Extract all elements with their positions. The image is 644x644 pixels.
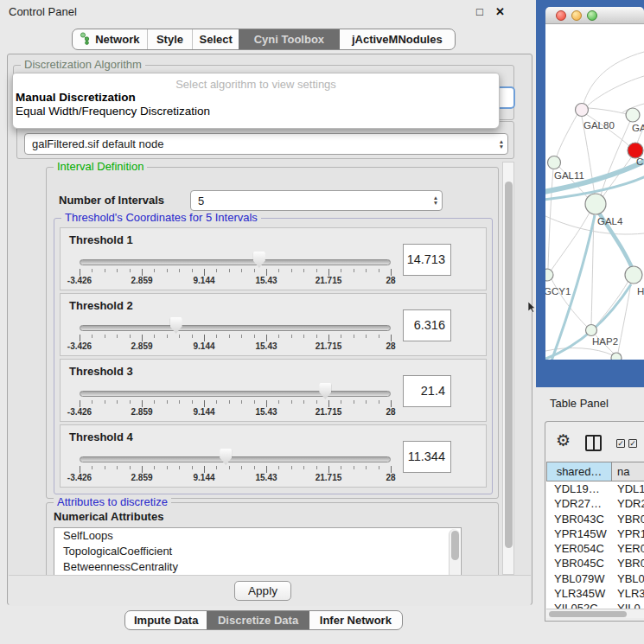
control-panel-title: Control Panel [9, 5, 77, 18]
tab-cyni-toolbox[interactable]: Cyni Toolbox [239, 29, 339, 49]
group-label: Threshold's Coordinates for 5 Intervals [61, 212, 261, 224]
threshold-label: Threshold 3 [69, 365, 133, 378]
threshold-label: Threshold 1 [69, 233, 133, 246]
table-row[interactable]: YBR043CYBR0 [546, 512, 644, 526]
settings-viewport: Interval Definition Number of Intervals … [13, 162, 516, 575]
attribute-item[interactable]: TopologicalCoefficient [54, 544, 461, 559]
tick-label: 2.859 [131, 407, 152, 417]
cell-name: YBR0 [612, 512, 644, 526]
table-row[interactable]: YLR345WYLR3 [546, 586, 644, 601]
tick-label: 15.43 [255, 341, 277, 351]
network-window-titlebar[interactable] [545, 7, 644, 24]
slider-thumb[interactable] [220, 449, 232, 465]
tab-style[interactable]: Style [147, 29, 193, 49]
slider-thumb[interactable] [170, 317, 182, 334]
table-data-combobox[interactable]: galFiltered.sif default node ▲▼ [24, 133, 508, 155]
tick-label: 28 [386, 407, 395, 417]
number-of-intervals-label: Number of Intervals [59, 194, 164, 207]
tick-label: 15.43 [255, 407, 277, 417]
number-of-intervals-combobox[interactable]: 5 ▲▼ [190, 190, 443, 211]
table-row[interactable]: YDR27…YDR2 [546, 496, 644, 511]
table-hscrollbar[interactable] [546, 609, 644, 618]
slider-track[interactable] [80, 456, 391, 462]
tab-jactivemnodules[interactable]: jActiveMNodules [340, 29, 455, 49]
tab-label: Network [95, 33, 139, 46]
stepper-arrows-icon[interactable]: ▲▼ [430, 195, 442, 206]
tab-label: jActiveMNodules [352, 33, 443, 46]
slider-ticks [80, 269, 392, 276]
table-row[interactable]: YBR045CYBR0 [546, 556, 644, 571]
split-columns-icon[interactable] [585, 435, 602, 451]
stepper-arrows-icon[interactable]: ▲▼ [495, 139, 507, 150]
tick-label: 28 [386, 473, 395, 482]
threshold-panel: Threshold 2-3.4262.8599.14415.4321.71528… [60, 293, 487, 356]
threshold-label: Threshold 4 [69, 430, 133, 443]
slider-track[interactable] [80, 325, 391, 331]
threshold-value-field[interactable]: 6.316 [403, 309, 451, 341]
attribute-item[interactable]: SelfLoops [54, 528, 461, 544]
tick-label: 21.715 [316, 407, 342, 417]
numerical-attributes-list[interactable]: SelfLoopsTopologicalCoefficientBetweenne… [54, 527, 462, 575]
table-data-value: galFiltered.sif default node [25, 137, 495, 150]
tab-impute-data[interactable]: Impute Data [125, 611, 207, 629]
minimize-traffic-light-icon[interactable] [571, 10, 582, 21]
float-window-icon[interactable]: □ [476, 5, 483, 18]
table-row[interactable]: YBL079WYBL0 [546, 571, 644, 586]
column-header-shared[interactable]: shared… [546, 462, 612, 481]
node-label: GCY1 [545, 286, 571, 296]
slider-track[interactable] [80, 259, 391, 265]
node-label: GAL11 [554, 170, 584, 181]
tick-label: -3.426 [67, 407, 92, 417]
tab-label: Impute Data [134, 614, 198, 627]
table-row[interactable]: YPR145WYPR1 [546, 526, 644, 541]
network-node[interactable] [586, 325, 597, 336]
attributes-scrollbar[interactable] [449, 529, 460, 575]
threshold-panel: Threshold 3-3.4262.8599.14415.4321.71528… [60, 359, 487, 422]
gear-icon[interactable]: ⚙ [556, 430, 571, 450]
slider-ticks [80, 400, 392, 407]
node-label: GAL80 [583, 120, 615, 131]
close-icon[interactable]: ✕ [495, 5, 505, 18]
zoom-traffic-light-icon[interactable] [587, 10, 597, 21]
settings-scrollbar[interactable] [502, 162, 514, 575]
network-node[interactable] [548, 156, 561, 169]
cell-name: YLR3 [612, 586, 644, 601]
network-node[interactable] [625, 266, 642, 284]
node-label: GAL4 [597, 216, 623, 226]
close-traffic-light-icon[interactable] [556, 10, 566, 21]
checked-box-icon[interactable]: ✓ [616, 439, 625, 448]
network-icon [80, 32, 91, 48]
threshold-value-field[interactable]: 14.713 [403, 244, 451, 276]
apply-button[interactable]: Apply [234, 581, 291, 601]
menu-item-equal-width-frequency[interactable]: Equal Width/Frequency Discretization [16, 105, 210, 118]
network-view-canvas[interactable]: GAL80GACGAL11GAL4GCY1HHAP2 [545, 24, 644, 360]
tab-label: Style [156, 33, 183, 46]
cell-shared-name: YPR145W [546, 526, 612, 541]
tab-infer-network[interactable]: Infer Network [309, 611, 402, 629]
tab-select[interactable]: Select [192, 29, 239, 49]
checked-box-icon[interactable]: ✓ [628, 439, 637, 448]
threshold-value-field[interactable]: 21.4 [403, 375, 451, 407]
table-hscroll-thumb[interactable] [549, 611, 627, 617]
threshold-value-field[interactable]: 11.344 [403, 441, 451, 473]
network-node[interactable] [626, 108, 640, 122]
network-window-frame: GAL80GACGAL11GAL4GCY1HHAP2 [536, 0, 644, 387]
column-header-name[interactable]: na [612, 462, 644, 481]
tab-discretize-data[interactable]: Discretize Data [207, 611, 309, 629]
network-node[interactable] [611, 353, 622, 360]
attribute-item[interactable]: BetweennessCentrality [54, 559, 461, 575]
slider-track[interactable] [80, 391, 391, 397]
tab-network[interactable]: Network [73, 29, 147, 49]
network-node[interactable] [545, 269, 553, 281]
cyni-mode-tabbar: Impute Data Discretize Data Infer Networ… [124, 610, 403, 630]
cell-shared-name: YLR345W [546, 586, 612, 601]
table-row[interactable]: YDL19…YDL1 [546, 481, 644, 496]
network-node[interactable] [585, 194, 606, 214]
node-label: C [636, 156, 643, 167]
menu-item-manual-discretization[interactable]: Manual Discretization [16, 91, 136, 104]
tick-label: 28 [386, 341, 395, 351]
network-node[interactable] [576, 104, 589, 117]
slider-thumb[interactable] [319, 383, 331, 399]
table-row[interactable]: YER054CYER0 [546, 541, 644, 556]
slider-thumb[interactable] [253, 252, 265, 268]
